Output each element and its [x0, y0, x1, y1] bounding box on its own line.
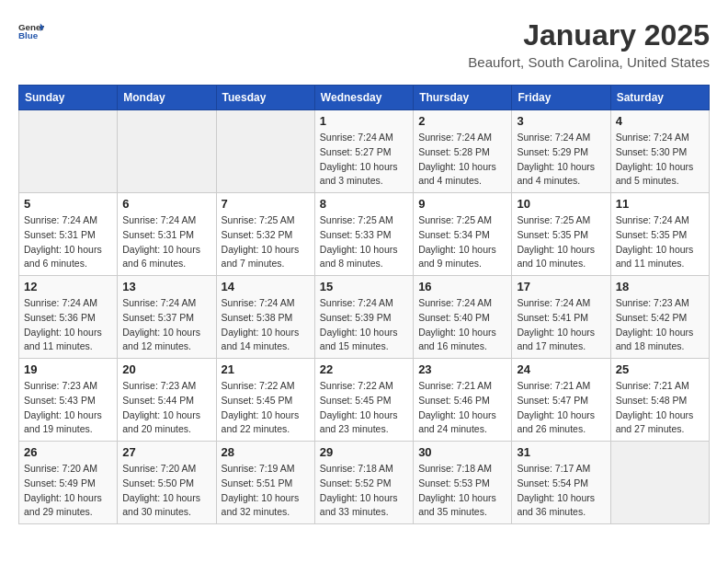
sunset: Sunset: 5:45 PM — [320, 395, 392, 406]
cell-sun-info: Sunrise: 7:24 AMSunset: 5:37 PMDaylight:… — [122, 296, 210, 354]
cell-day-number: 7 — [222, 197, 310, 211]
cell-sun-info: Sunrise: 7:24 AMSunset: 5:29 PMDaylight:… — [517, 131, 605, 189]
sunset: Sunset: 5:45 PM — [222, 395, 293, 406]
week-row-4: 19Sunrise: 7:23 AMSunset: 5:43 PMDayligh… — [19, 359, 710, 442]
table-cell: 14Sunrise: 7:24 AMSunset: 5:38 PMDayligh… — [216, 276, 314, 359]
sunset: Sunset: 5:47 PM — [517, 395, 588, 406]
sunrise: Sunrise: 7:25 AM — [418, 214, 492, 225]
header-sunday: Sunday — [19, 86, 118, 110]
table-cell: 6Sunrise: 7:24 AMSunset: 5:31 PMDaylight… — [118, 193, 216, 276]
cell-sun-info: Sunrise: 7:24 AMSunset: 5:39 PMDaylight:… — [320, 296, 408, 354]
cell-sun-info: Sunrise: 7:22 AMSunset: 5:45 PMDaylight:… — [320, 379, 408, 437]
cell-day-number: 17 — [517, 280, 605, 293]
cell-day-number: 5 — [24, 197, 112, 211]
table-cell: 23Sunrise: 7:21 AMSunset: 5:46 PMDayligh… — [414, 359, 512, 442]
table-cell: 30Sunrise: 7:18 AMSunset: 5:53 PMDayligh… — [414, 442, 512, 524]
calendar-subtitle: Beaufort, South Carolina, United States — [468, 54, 710, 70]
daylight: Daylight: 10 hours and 36 minutes. — [517, 492, 595, 518]
sunrise: Sunrise: 7:24 AM — [320, 297, 393, 308]
table-cell: 20Sunrise: 7:23 AMSunset: 5:44 PMDayligh… — [118, 359, 216, 442]
sunrise: Sunrise: 7:20 AM — [122, 463, 196, 474]
table-cell: 10Sunrise: 7:25 AMSunset: 5:35 PMDayligh… — [512, 193, 610, 276]
sunrise: Sunrise: 7:24 AM — [122, 214, 196, 225]
table-cell: 26Sunrise: 7:20 AMSunset: 5:49 PMDayligh… — [19, 442, 118, 524]
week-row-3: 12Sunrise: 7:24 AMSunset: 5:36 PMDayligh… — [19, 276, 710, 359]
week-row-1: 1Sunrise: 7:24 AMSunset: 5:27 PMDaylight… — [19, 110, 710, 193]
table-cell: 25Sunrise: 7:21 AMSunset: 5:48 PMDayligh… — [610, 359, 709, 442]
cell-day-number: 25 — [616, 362, 704, 376]
daylight: Daylight: 10 hours and 14 minutes. — [222, 327, 300, 352]
calendar-table: Sunday Monday Tuesday Wednesday Thursday… — [18, 85, 710, 524]
sunset: Sunset: 5:48 PM — [616, 395, 688, 406]
sunrise: Sunrise: 7:18 AM — [320, 463, 393, 474]
cell-day-number: 10 — [517, 197, 605, 211]
cell-day-number: 15 — [320, 280, 408, 293]
table-cell: 7Sunrise: 7:25 AMSunset: 5:32 PMDaylight… — [216, 193, 314, 276]
sunset: Sunset: 5:39 PM — [320, 312, 392, 323]
sunrise: Sunrise: 7:24 AM — [616, 214, 689, 225]
cell-day-number: 27 — [122, 445, 210, 459]
cell-day-number: 9 — [418, 197, 506, 211]
cell-day-number: 12 — [24, 280, 112, 293]
sunrise: Sunrise: 7:22 AM — [320, 380, 393, 391]
table-cell: 16Sunrise: 7:24 AMSunset: 5:40 PMDayligh… — [414, 276, 512, 359]
sunset: Sunset: 5:30 PM — [616, 146, 688, 157]
sunrise: Sunrise: 7:23 AM — [616, 297, 689, 308]
sunrise: Sunrise: 7:19 AM — [222, 463, 295, 474]
cell-sun-info: Sunrise: 7:24 AMSunset: 5:30 PMDaylight:… — [616, 131, 704, 189]
table-cell: 15Sunrise: 7:24 AMSunset: 5:39 PMDayligh… — [314, 276, 413, 359]
table-cell: 2Sunrise: 7:24 AMSunset: 5:28 PMDaylight… — [414, 110, 512, 193]
sunset: Sunset: 5:35 PM — [616, 229, 688, 240]
sunset: Sunset: 5:33 PM — [320, 229, 392, 240]
sunset: Sunset: 5:28 PM — [418, 146, 490, 157]
cell-day-number: 6 — [122, 197, 210, 211]
cell-sun-info: Sunrise: 7:22 AMSunset: 5:45 PMDaylight:… — [222, 379, 310, 437]
sunset: Sunset: 5:42 PM — [616, 312, 688, 323]
header-saturday: Saturday — [610, 86, 709, 110]
daylight: Daylight: 10 hours and 4 minutes. — [418, 161, 496, 187]
table-cell: 21Sunrise: 7:22 AMSunset: 5:45 PMDayligh… — [216, 359, 314, 442]
table-cell: 28Sunrise: 7:19 AMSunset: 5:51 PMDayligh… — [216, 442, 314, 524]
week-row-2: 5Sunrise: 7:24 AMSunset: 5:31 PMDaylight… — [19, 193, 710, 276]
header-monday: Monday — [118, 86, 216, 110]
cell-day-number: 16 — [418, 280, 506, 293]
cell-day-number: 3 — [517, 114, 605, 128]
cell-sun-info: Sunrise: 7:25 AMSunset: 5:34 PMDaylight:… — [418, 213, 506, 271]
table-cell — [610, 442, 709, 524]
daylight: Daylight: 10 hours and 27 minutes. — [616, 409, 694, 435]
sunrise: Sunrise: 7:23 AM — [24, 380, 97, 391]
sunrise: Sunrise: 7:24 AM — [222, 297, 295, 308]
svg-text:Blue: Blue — [18, 30, 39, 40]
weekday-header-row: Sunday Monday Tuesday Wednesday Thursday… — [19, 86, 710, 110]
daylight: Daylight: 10 hours and 5 minutes. — [616, 161, 694, 187]
sunset: Sunset: 5:50 PM — [122, 477, 194, 488]
daylight: Daylight: 10 hours and 6 minutes. — [24, 244, 102, 270]
cell-day-number: 29 — [320, 445, 408, 459]
sunrise: Sunrise: 7:24 AM — [418, 132, 492, 143]
sunrise: Sunrise: 7:23 AM — [122, 380, 196, 391]
header-wednesday: Wednesday — [314, 86, 413, 110]
cell-sun-info: Sunrise: 7:19 AMSunset: 5:51 PMDaylight:… — [222, 462, 310, 520]
sunrise: Sunrise: 7:21 AM — [418, 380, 492, 391]
header-friday: Friday — [512, 86, 610, 110]
cell-day-number: 28 — [222, 445, 310, 459]
daylight: Daylight: 10 hours and 22 minutes. — [222, 409, 300, 435]
table-cell: 5Sunrise: 7:24 AMSunset: 5:31 PMDaylight… — [19, 193, 118, 276]
sunrise: Sunrise: 7:18 AM — [418, 463, 492, 474]
sunset: Sunset: 5:38 PM — [222, 312, 293, 323]
daylight: Daylight: 10 hours and 11 minutes. — [24, 327, 102, 352]
daylight: Daylight: 10 hours and 30 minutes. — [122, 492, 200, 518]
cell-sun-info: Sunrise: 7:23 AMSunset: 5:44 PMDaylight:… — [122, 379, 210, 437]
sunrise: Sunrise: 7:20 AM — [24, 463, 97, 474]
logo-icon: General Blue — [18, 18, 44, 44]
sunset: Sunset: 5:27 PM — [320, 146, 392, 157]
sunset: Sunset: 5:41 PM — [517, 312, 588, 323]
title-block: January 2025 Beaufort, South Carolina, U… — [468, 18, 710, 70]
daylight: Daylight: 10 hours and 7 minutes. — [222, 244, 300, 270]
sunrise: Sunrise: 7:25 AM — [517, 214, 590, 225]
sunset: Sunset: 5:51 PM — [222, 477, 293, 488]
cell-sun-info: Sunrise: 7:25 AMSunset: 5:35 PMDaylight:… — [517, 213, 605, 271]
cell-sun-info: Sunrise: 7:25 AMSunset: 5:33 PMDaylight:… — [320, 213, 408, 271]
daylight: Daylight: 10 hours and 32 minutes. — [222, 492, 300, 518]
table-cell: 11Sunrise: 7:24 AMSunset: 5:35 PMDayligh… — [610, 193, 709, 276]
